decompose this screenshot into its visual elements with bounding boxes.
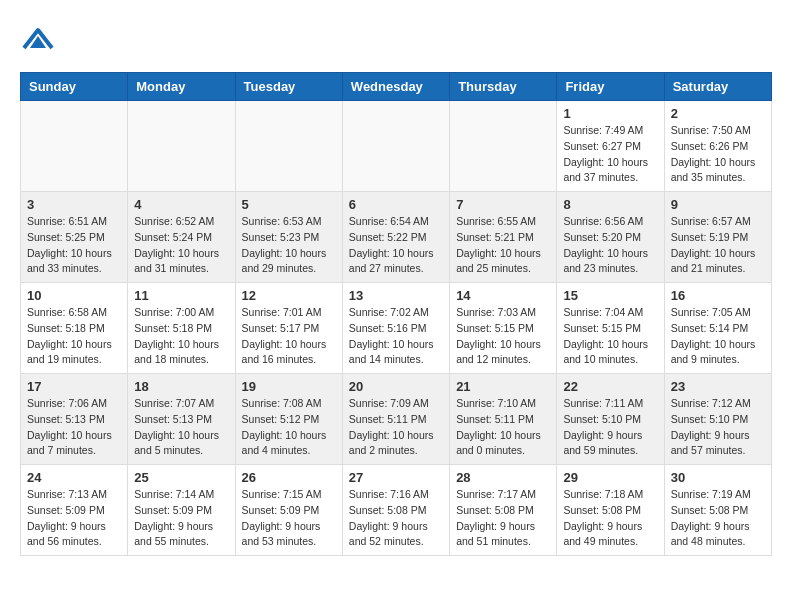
day-info: Sunrise: 6:57 AMSunset: 5:19 PMDaylight:… (671, 214, 765, 277)
day-info: Sunrise: 7:18 AMSunset: 5:08 PMDaylight:… (563, 487, 657, 550)
day-info: Sunrise: 7:11 AMSunset: 5:10 PMDaylight:… (563, 396, 657, 459)
day-number: 2 (671, 106, 765, 121)
header-saturday: Saturday (664, 73, 771, 101)
day-number: 19 (242, 379, 336, 394)
day-info: Sunrise: 7:13 AMSunset: 5:09 PMDaylight:… (27, 487, 121, 550)
day-info: Sunrise: 7:02 AMSunset: 5:16 PMDaylight:… (349, 305, 443, 368)
day-number: 22 (563, 379, 657, 394)
day-info: Sunrise: 7:03 AMSunset: 5:15 PMDaylight:… (456, 305, 550, 368)
calendar-week-row: 10Sunrise: 6:58 AMSunset: 5:18 PMDayligh… (21, 283, 772, 374)
calendar-week-row: 1Sunrise: 7:49 AMSunset: 6:27 PMDaylight… (21, 101, 772, 192)
calendar-cell: 10Sunrise: 6:58 AMSunset: 5:18 PMDayligh… (21, 283, 128, 374)
calendar-cell: 9Sunrise: 6:57 AMSunset: 5:19 PMDaylight… (664, 192, 771, 283)
day-number: 17 (27, 379, 121, 394)
header-thursday: Thursday (450, 73, 557, 101)
day-number: 26 (242, 470, 336, 485)
day-info: Sunrise: 7:49 AMSunset: 6:27 PMDaylight:… (563, 123, 657, 186)
day-number: 23 (671, 379, 765, 394)
day-info: Sunrise: 7:10 AMSunset: 5:11 PMDaylight:… (456, 396, 550, 459)
day-number: 4 (134, 197, 228, 212)
day-number: 12 (242, 288, 336, 303)
day-number: 11 (134, 288, 228, 303)
day-info: Sunrise: 6:51 AMSunset: 5:25 PMDaylight:… (27, 214, 121, 277)
day-info: Sunrise: 6:54 AMSunset: 5:22 PMDaylight:… (349, 214, 443, 277)
day-number: 16 (671, 288, 765, 303)
calendar-cell: 21Sunrise: 7:10 AMSunset: 5:11 PMDayligh… (450, 374, 557, 465)
day-info: Sunrise: 7:07 AMSunset: 5:13 PMDaylight:… (134, 396, 228, 459)
calendar-cell: 4Sunrise: 6:52 AMSunset: 5:24 PMDaylight… (128, 192, 235, 283)
calendar-cell (450, 101, 557, 192)
day-number: 5 (242, 197, 336, 212)
header-monday: Monday (128, 73, 235, 101)
day-info: Sunrise: 6:58 AMSunset: 5:18 PMDaylight:… (27, 305, 121, 368)
calendar-cell: 25Sunrise: 7:14 AMSunset: 5:09 PMDayligh… (128, 465, 235, 556)
calendar-week-row: 24Sunrise: 7:13 AMSunset: 5:09 PMDayligh… (21, 465, 772, 556)
day-info: Sunrise: 7:14 AMSunset: 5:09 PMDaylight:… (134, 487, 228, 550)
day-number: 6 (349, 197, 443, 212)
day-info: Sunrise: 7:19 AMSunset: 5:08 PMDaylight:… (671, 487, 765, 550)
calendar-cell: 12Sunrise: 7:01 AMSunset: 5:17 PMDayligh… (235, 283, 342, 374)
calendar-cell: 24Sunrise: 7:13 AMSunset: 5:09 PMDayligh… (21, 465, 128, 556)
calendar-cell: 6Sunrise: 6:54 AMSunset: 5:22 PMDaylight… (342, 192, 449, 283)
day-info: Sunrise: 7:06 AMSunset: 5:13 PMDaylight:… (27, 396, 121, 459)
calendar-cell: 22Sunrise: 7:11 AMSunset: 5:10 PMDayligh… (557, 374, 664, 465)
day-info: Sunrise: 6:53 AMSunset: 5:23 PMDaylight:… (242, 214, 336, 277)
calendar-cell: 14Sunrise: 7:03 AMSunset: 5:15 PMDayligh… (450, 283, 557, 374)
calendar-cell (128, 101, 235, 192)
header-wednesday: Wednesday (342, 73, 449, 101)
day-number: 18 (134, 379, 228, 394)
day-info: Sunrise: 7:04 AMSunset: 5:15 PMDaylight:… (563, 305, 657, 368)
calendar-cell: 13Sunrise: 7:02 AMSunset: 5:16 PMDayligh… (342, 283, 449, 374)
day-number: 30 (671, 470, 765, 485)
calendar-table: Sunday Monday Tuesday Wednesday Thursday… (20, 72, 772, 556)
day-info: Sunrise: 7:05 AMSunset: 5:14 PMDaylight:… (671, 305, 765, 368)
logo (20, 20, 60, 56)
day-number: 9 (671, 197, 765, 212)
day-number: 24 (27, 470, 121, 485)
day-number: 13 (349, 288, 443, 303)
day-number: 14 (456, 288, 550, 303)
day-info: Sunrise: 7:12 AMSunset: 5:10 PMDaylight:… (671, 396, 765, 459)
day-number: 20 (349, 379, 443, 394)
day-number: 8 (563, 197, 657, 212)
day-number: 25 (134, 470, 228, 485)
header-tuesday: Tuesday (235, 73, 342, 101)
day-info: Sunrise: 7:00 AMSunset: 5:18 PMDaylight:… (134, 305, 228, 368)
day-info: Sunrise: 6:56 AMSunset: 5:20 PMDaylight:… (563, 214, 657, 277)
calendar-cell: 1Sunrise: 7:49 AMSunset: 6:27 PMDaylight… (557, 101, 664, 192)
calendar-cell: 8Sunrise: 6:56 AMSunset: 5:20 PMDaylight… (557, 192, 664, 283)
day-info: Sunrise: 6:52 AMSunset: 5:24 PMDaylight:… (134, 214, 228, 277)
day-info: Sunrise: 7:08 AMSunset: 5:12 PMDaylight:… (242, 396, 336, 459)
weekday-header-row: Sunday Monday Tuesday Wednesday Thursday… (21, 73, 772, 101)
calendar-cell: 29Sunrise: 7:18 AMSunset: 5:08 PMDayligh… (557, 465, 664, 556)
calendar-cell: 5Sunrise: 6:53 AMSunset: 5:23 PMDaylight… (235, 192, 342, 283)
calendar-cell: 19Sunrise: 7:08 AMSunset: 5:12 PMDayligh… (235, 374, 342, 465)
page-container: Sunday Monday Tuesday Wednesday Thursday… (20, 20, 772, 556)
day-info: Sunrise: 7:17 AMSunset: 5:08 PMDaylight:… (456, 487, 550, 550)
calendar-week-row: 3Sunrise: 6:51 AMSunset: 5:25 PMDaylight… (21, 192, 772, 283)
day-number: 28 (456, 470, 550, 485)
calendar-cell: 17Sunrise: 7:06 AMSunset: 5:13 PMDayligh… (21, 374, 128, 465)
day-info: Sunrise: 7:01 AMSunset: 5:17 PMDaylight:… (242, 305, 336, 368)
day-number: 21 (456, 379, 550, 394)
day-number: 7 (456, 197, 550, 212)
day-number: 10 (27, 288, 121, 303)
calendar-cell: 11Sunrise: 7:00 AMSunset: 5:18 PMDayligh… (128, 283, 235, 374)
calendar-cell: 7Sunrise: 6:55 AMSunset: 5:21 PMDaylight… (450, 192, 557, 283)
day-info: Sunrise: 7:16 AMSunset: 5:08 PMDaylight:… (349, 487, 443, 550)
day-info: Sunrise: 7:50 AMSunset: 6:26 PMDaylight:… (671, 123, 765, 186)
header-friday: Friday (557, 73, 664, 101)
calendar-cell: 30Sunrise: 7:19 AMSunset: 5:08 PMDayligh… (664, 465, 771, 556)
calendar-cell: 2Sunrise: 7:50 AMSunset: 6:26 PMDaylight… (664, 101, 771, 192)
calendar-cell: 18Sunrise: 7:07 AMSunset: 5:13 PMDayligh… (128, 374, 235, 465)
calendar-cell (235, 101, 342, 192)
calendar-cell: 16Sunrise: 7:05 AMSunset: 5:14 PMDayligh… (664, 283, 771, 374)
day-number: 1 (563, 106, 657, 121)
calendar-cell: 3Sunrise: 6:51 AMSunset: 5:25 PMDaylight… (21, 192, 128, 283)
calendar-cell: 20Sunrise: 7:09 AMSunset: 5:11 PMDayligh… (342, 374, 449, 465)
day-number: 29 (563, 470, 657, 485)
logo-icon (20, 20, 56, 56)
day-number: 15 (563, 288, 657, 303)
day-number: 27 (349, 470, 443, 485)
calendar-cell: 23Sunrise: 7:12 AMSunset: 5:10 PMDayligh… (664, 374, 771, 465)
